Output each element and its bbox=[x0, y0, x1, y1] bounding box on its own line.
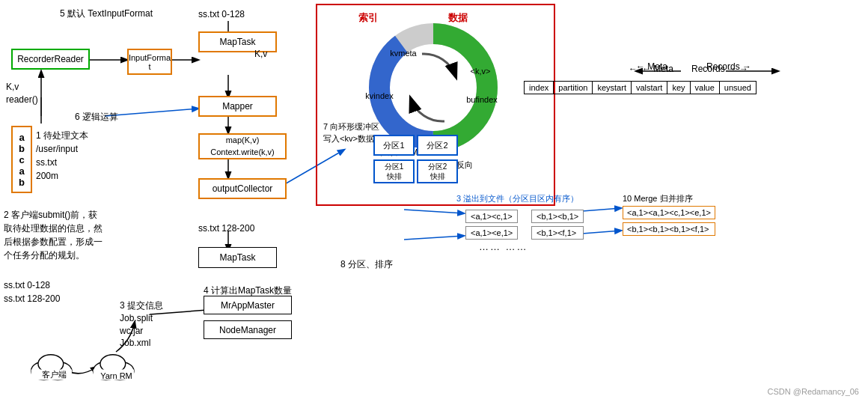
data-a1-e1-box: <a,1><e,1> bbox=[465, 226, 518, 240]
client-cloud: 客户端 bbox=[26, 346, 82, 382]
partition1-box: 分区1 bbox=[373, 135, 415, 156]
maptask2-box: MapTask bbox=[198, 247, 277, 268]
svg-text:kvindex: kvindex bbox=[365, 91, 394, 100]
ss-txt2-label: ss.txt 128-200 bbox=[198, 223, 254, 234]
node-manager-box: NodeManager bbox=[204, 320, 292, 339]
svg-text:bufindex: bufindex bbox=[466, 95, 498, 104]
mr-app-master-box: MrAppMaster bbox=[204, 296, 292, 314]
red-zone: 索引 数据 kvmeta kvindex <k,v> bufindex bbox=[316, 4, 555, 206]
merged-left-box: <a,1><a,1><c,1><e,1> bbox=[623, 206, 715, 219]
client-submit-label: 2 客户端submit()前，获取待处理数据的信息，然后根据参数配置，形成一个任… bbox=[4, 208, 127, 262]
svg-line-18 bbox=[105, 109, 198, 116]
sort-label: 8 分区、排序 bbox=[340, 258, 393, 271]
kv-label: K,v bbox=[254, 49, 267, 59]
partition2-box: 分区2 bbox=[417, 135, 458, 156]
merged-right-box: <b,1><b,1><b,1><f,1> bbox=[623, 222, 715, 236]
svg-line-11 bbox=[404, 210, 464, 213]
ellipsis-label: …… …… bbox=[479, 241, 528, 252]
spill-label: 3 溢出到文件（分区目区内有序） bbox=[456, 193, 578, 204]
svg-line-12 bbox=[404, 236, 464, 240]
data-b1-b1-box: <b,1><b,1> bbox=[531, 210, 584, 223]
mapkv-box: map(K,v)Context.write(k,v) bbox=[198, 133, 287, 159]
waiting-text-label: 1 待处理文本/user/inputss.txt200m bbox=[36, 129, 148, 183]
meta-label-row: ← Meta Records → bbox=[636, 61, 751, 72]
text-data-box: abcab bbox=[11, 126, 32, 193]
svg-text:kvmeta: kvmeta bbox=[390, 49, 417, 58]
ss-txt-label: ss.txt 0-128 bbox=[198, 9, 245, 19]
default-format-label: 5 默认 TextInputFormat bbox=[60, 7, 153, 20]
diagram-container: 5 默认 TextInputFormat ss.txt 0-128 Record… bbox=[0, 0, 868, 402]
data-a1-c1-box: <a,1><c,1> bbox=[465, 210, 518, 223]
svg-text:<k,v>: <k,v> bbox=[471, 67, 491, 76]
partition2-sort-box: 分区2快排 bbox=[417, 159, 458, 183]
recorder-reader-box: RecorderReader bbox=[11, 49, 90, 70]
meta-table: index partition keystart valstart key va… bbox=[524, 81, 757, 94]
watermark: CSDN @Redamancy_06 bbox=[768, 387, 859, 396]
data-b1-f1-box: <b,1><f,1> bbox=[531, 226, 584, 240]
output-collector-box: outputCollector bbox=[198, 178, 287, 199]
ss-range-label: ss.txt 0-128ss.txt 128-200 bbox=[4, 278, 60, 305]
svg-point-30 bbox=[392, 46, 474, 129]
input-format-box: InputForma t bbox=[127, 49, 172, 75]
logic-op-label: 6 逻辑运算 bbox=[75, 111, 118, 124]
kv-reader-label: K,vreader() bbox=[6, 81, 38, 106]
mapper-box: Mapper bbox=[198, 96, 277, 117]
merge-label: 10 Merge 归并排序 bbox=[623, 193, 693, 204]
yarn-rm-cloud: Yarn RM bbox=[88, 346, 144, 382]
submit-info-label: 3 提交信息Job.splitwc.jarJob.xml bbox=[120, 299, 163, 350]
partition1-sort-box: 分区1快排 bbox=[373, 159, 415, 183]
